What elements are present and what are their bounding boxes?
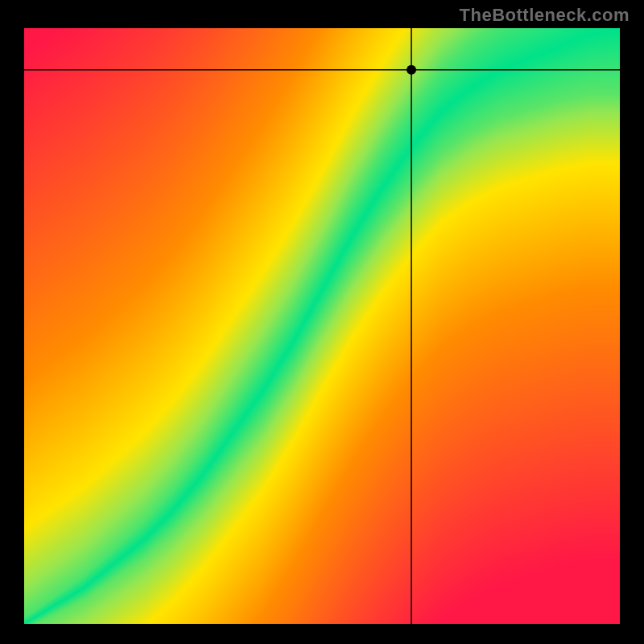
watermark-text: TheBottleneck.com	[460, 5, 630, 26]
heatmap-canvas	[0, 0, 644, 644]
chart-frame	[0, 0, 644, 644]
